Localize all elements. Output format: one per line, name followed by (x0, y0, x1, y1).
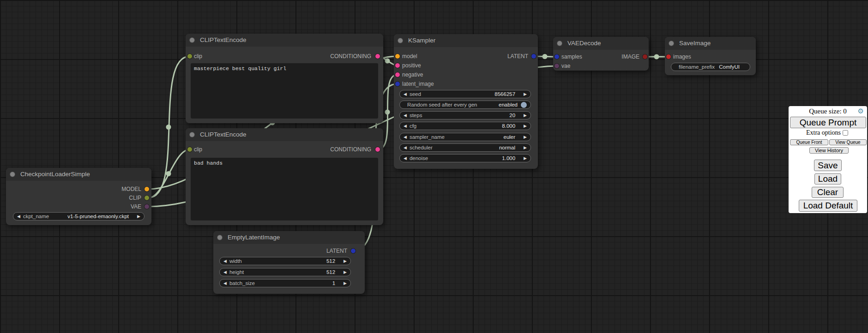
ckpt-name-widget[interactable]: ◀ ckpt_name v1-5-pruned-emaonly.ckpt ▶ (13, 212, 145, 220)
output-slot-clip: CLIP (129, 193, 141, 202)
scheduler-widget[interactable]: ◀ scheduler normal ▶ (399, 143, 531, 152)
node-title: KSampler (408, 37, 435, 44)
model-input-dot[interactable] (395, 54, 400, 59)
node-title-bar[interactable]: CLIPTextEncode (186, 34, 383, 47)
view-queue-button[interactable]: View Queue (829, 139, 867, 145)
decrement-arrow-icon[interactable]: ◀ (223, 281, 227, 285)
latent-input-dot[interactable] (395, 82, 400, 86)
decrement-arrow-icon[interactable]: ◀ (223, 270, 227, 274)
queue-front-button[interactable]: Queue Front (790, 139, 828, 145)
clip-output-dot[interactable] (145, 196, 149, 200)
toggle-enabled-icon[interactable] (521, 102, 527, 108)
increment-arrow-icon[interactable]: ▶ (524, 92, 527, 96)
node-title: VAEDecode (567, 40, 601, 47)
queue-size-label: Queue size: 0 (789, 107, 867, 115)
node-ksampler[interactable]: KSampler model positive negative latent_… (394, 34, 538, 169)
node-title: EmptyLatentImage (228, 234, 280, 241)
node-title: SaveImage (679, 40, 711, 47)
node-title-bar[interactable]: KSampler (394, 34, 538, 47)
increment-arrow-icon[interactable]: ▶ (524, 124, 527, 128)
save-button[interactable]: Save (814, 160, 842, 171)
width-widget[interactable]: ◀ width 512 ▶ (219, 257, 351, 265)
extra-options-row: Extra options (789, 129, 867, 137)
widget-value: v1-5-pruned-emaonly.ckpt (67, 214, 129, 219)
increment-arrow-icon[interactable]: ▶ (524, 156, 527, 161)
increment-arrow-icon[interactable]: ▶ (344, 259, 347, 263)
node-empty-latent-image[interactable]: EmptyLatentImage LATENT ◀ width 512 ▶ ◀ … (213, 231, 365, 294)
node-collapse-dot[interactable] (398, 38, 403, 43)
node-title-bar[interactable]: VAEDecode (553, 37, 649, 50)
model-output-dot[interactable] (145, 187, 149, 191)
decrement-arrow-icon[interactable]: ◀ (404, 92, 407, 96)
extra-options-checkbox[interactable] (843, 130, 848, 136)
vae-input-dot[interactable] (555, 64, 559, 68)
node-collapse-dot[interactable] (190, 132, 194, 137)
node-collapse-dot[interactable] (10, 172, 15, 177)
comfy-menu-panel: Queue size: 0 ⚙ Queue Prompt Extra optio… (789, 106, 867, 213)
latent-output-dot[interactable] (531, 54, 536, 59)
seed-widget[interactable]: ◀ seed 8566257 ▶ (399, 90, 531, 98)
node-title-bar[interactable]: CLIPTextEncode (186, 128, 383, 141)
conditioning-output-dot[interactable] (375, 54, 380, 59)
increment-arrow-icon[interactable]: ▶ (524, 113, 527, 118)
latent-output-dot[interactable] (351, 249, 356, 253)
positive-input-dot[interactable] (395, 63, 400, 68)
node-collapse-dot[interactable] (669, 41, 674, 46)
node-title-bar[interactable]: CheckpointLoaderSimple (6, 168, 151, 181)
node-title: CLIPTextEncode (200, 131, 247, 138)
clip-input-dot[interactable] (187, 147, 192, 152)
denoise-widget[interactable]: ◀ denoise 1.000 ▶ (399, 154, 531, 162)
graph-canvas[interactable]: CheckpointLoaderSimple MODEL CLIP VAE ◀ … (0, 0, 868, 333)
output-slot-latent: LATENT (507, 52, 528, 61)
decrement-arrow-icon[interactable]: ◀ (404, 135, 407, 139)
decrement-arrow-icon[interactable]: ◀ (404, 156, 407, 161)
load-button[interactable]: Load (814, 173, 841, 184)
increment-arrow-icon[interactable]: ▶ (524, 146, 527, 150)
cfg-widget[interactable]: ◀ cfg 8.000 ▶ (399, 122, 531, 130)
node-title-bar[interactable]: EmptyLatentImage (213, 231, 365, 244)
node-clip-text-encode-positive[interactable]: CLIPTextEncode clip CONDITIONING masterp… (186, 34, 383, 123)
node-collapse-dot[interactable] (217, 235, 222, 240)
output-slot-image: IMAGE (621, 52, 639, 61)
image-output-dot[interactable] (643, 54, 647, 59)
queue-prompt-button[interactable]: Queue Prompt (790, 117, 866, 128)
increment-arrow-icon[interactable]: ▶ (524, 135, 527, 139)
batch-size-widget[interactable]: ◀ batch_size 1 ▶ (219, 279, 351, 287)
images-input-dot[interactable] (666, 54, 671, 59)
node-save-image[interactable]: SaveImage images filename_prefix ComfyUI (665, 37, 756, 75)
node-collapse-dot[interactable] (190, 38, 194, 42)
positive-prompt-textarea[interactable]: masterpiece best quality girl (191, 63, 378, 119)
negative-input-dot[interactable] (395, 72, 400, 77)
sampler-name-widget[interactable]: ◀ sampler_name euler ▶ (399, 133, 531, 141)
output-slot-model: MODEL (121, 184, 141, 194)
node-title: CLIPTextEncode (200, 36, 247, 43)
steps-widget[interactable]: ◀ steps 20 ▶ (399, 111, 531, 119)
conditioning-output-dot[interactable] (375, 147, 380, 152)
settings-gear-icon[interactable]: ⚙ (858, 107, 864, 115)
decrement-arrow-icon[interactable]: ◀ (404, 113, 407, 118)
negative-prompt-textarea[interactable]: bad hands (191, 158, 378, 220)
clear-button[interactable]: Clear (812, 187, 844, 198)
clip-input-dot[interactable] (187, 54, 192, 59)
filename-prefix-widget[interactable]: filename_prefix ComfyUI (671, 63, 750, 71)
node-clip-text-encode-negative[interactable]: CLIPTextEncode clip CONDITIONING bad han… (186, 128, 383, 225)
node-vae-decode[interactable]: VAEDecode samples vae IMAGE (553, 37, 649, 71)
height-widget[interactable]: ◀ height 512 ▶ (219, 268, 351, 276)
load-default-button[interactable]: Load Default (799, 200, 857, 212)
random-seed-toggle-widget[interactable]: Random seed after every gen enabled (399, 101, 531, 109)
decrement-arrow-icon[interactable]: ◀ (17, 214, 20, 219)
decrement-arrow-icon[interactable]: ◀ (404, 146, 407, 150)
decrement-arrow-icon[interactable]: ◀ (404, 124, 407, 128)
samples-input-dot[interactable] (555, 54, 559, 59)
view-history-button[interactable]: View History (809, 147, 849, 154)
decrement-arrow-icon[interactable]: ◀ (223, 259, 227, 263)
node-collapse-dot[interactable] (557, 41, 562, 46)
increment-arrow-icon[interactable]: ▶ (344, 270, 347, 274)
node-title-bar[interactable]: SaveImage (665, 37, 756, 50)
node-checkpoint-loader-simple[interactable]: CheckpointLoaderSimple MODEL CLIP VAE ◀ … (6, 168, 151, 225)
input-slot-latent-image: latent_image (394, 79, 434, 89)
increment-arrow-icon[interactable]: ▶ (344, 281, 347, 285)
widget-label: ckpt_name (23, 214, 49, 219)
vae-output-dot[interactable] (145, 204, 149, 209)
increment-arrow-icon[interactable]: ▶ (137, 214, 140, 219)
